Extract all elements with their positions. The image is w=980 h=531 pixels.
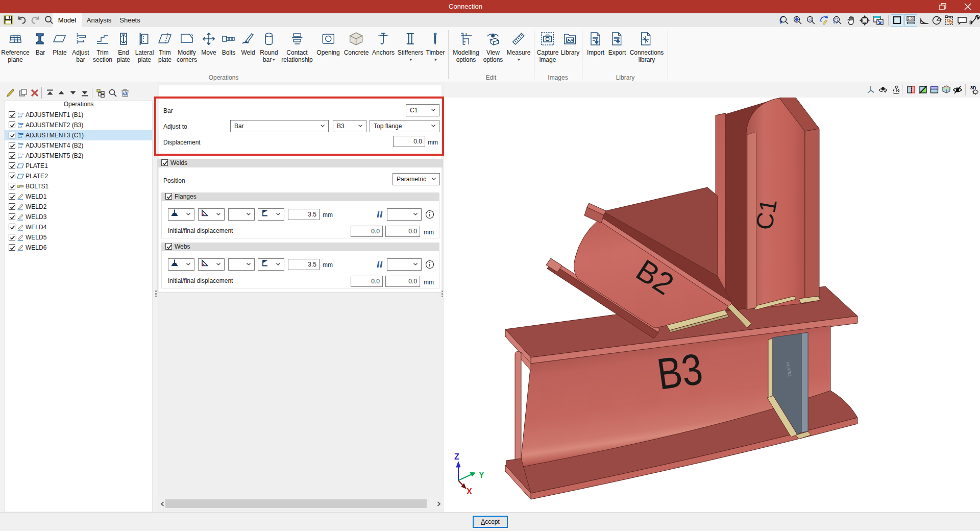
svg-text:1.00: 1.00	[908, 17, 914, 20]
svg-text:X: X	[467, 487, 472, 496]
svg-text:B3: B3	[654, 344, 706, 399]
svg-text:C1: C1	[750, 197, 782, 232]
svg-text:Z: Z	[454, 452, 459, 461]
svg-text:Y: Y	[479, 471, 484, 479]
svg-text:×2: ×2	[808, 18, 813, 21]
